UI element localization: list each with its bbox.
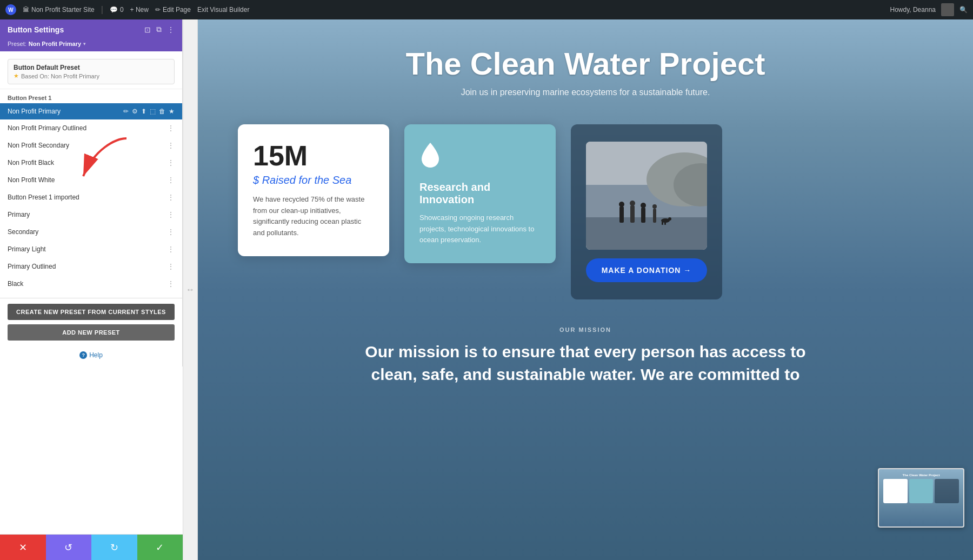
- more-icon[interactable]: ⋮: [167, 279, 175, 288]
- comment-icon: 💬: [110, 6, 118, 14]
- card-teal-text: Showcasing ongoing research projects, te…: [419, 212, 541, 246]
- nav-edit-page[interactable]: ✏ Edit Page: [155, 6, 191, 14]
- redo-button[interactable]: ↻: [91, 535, 137, 560]
- thumb-card-dark: [935, 479, 959, 503]
- preset-item-non-profit-primary-outlined[interactable]: Non Profit Primary Outlined ⋮: [0, 119, 182, 137]
- svg-rect-10: [641, 208, 645, 223]
- hero-subtitle: Join us in preserving marine ecosystems …: [219, 88, 951, 97]
- pencil-icon: ✏: [155, 6, 161, 14]
- default-preset-box: Button Default Preset ★ Based On: Non Pr…: [8, 59, 175, 84]
- card-white: 15M $ Raised for the Sea We have recycle…: [238, 124, 389, 256]
- more-options-icon[interactable]: ⋮: [167, 25, 175, 34]
- create-new-preset-button[interactable]: CREATE NEW PRESET FROM CURRENT STYLES: [8, 304, 175, 320]
- svg-point-13: [652, 204, 657, 209]
- preset-item-non-profit-secondary[interactable]: Non Profit Secondary ⋮: [0, 137, 182, 154]
- add-new-preset-button[interactable]: ADD NEW PRESET: [8, 324, 175, 341]
- edit-icon[interactable]: ✏: [123, 108, 129, 115]
- preset-item-name: Non Profit Primary Outlined: [8, 124, 167, 132]
- panel-header: Button Settings ⊡ ⧉ ⋮: [0, 19, 182, 39]
- more-icon[interactable]: ⋮: [167, 245, 175, 254]
- duplicate-icon[interactable]: ⬚: [150, 108, 156, 115]
- thumb-card-teal: [909, 479, 934, 503]
- preset-item-button-preset-imported[interactable]: Button Preset 1 imported ⋮: [0, 189, 182, 206]
- svg-point-7: [619, 202, 624, 207]
- minimize-icon[interactable]: ⊡: [144, 25, 151, 34]
- panel-help[interactable]: ? Help: [0, 346, 182, 366]
- thumbnail-inner: The Clean Water Project: [879, 469, 963, 526]
- svg-rect-17: [664, 221, 666, 225]
- more-icon[interactable]: ⋮: [167, 262, 175, 271]
- preset-item-name: Non Profit Black: [8, 159, 167, 166]
- panel-resizer[interactable]: ↔: [183, 19, 198, 560]
- panel-header-icons: ⊡ ⧉ ⋮: [144, 25, 175, 34]
- search-icon[interactable]: 🔍: [959, 6, 968, 14]
- settings-icon[interactable]: ⚙: [132, 108, 138, 115]
- delete-icon[interactable]: 🗑: [159, 108, 165, 115]
- preset-item-name: Primary: [8, 211, 167, 218]
- undo-button[interactable]: ↺: [46, 535, 92, 560]
- water-drop-icon: [419, 142, 541, 174]
- mission-section: OUR MISSION Our mission is to ensure tha…: [198, 310, 973, 397]
- preset-item-non-profit-black[interactable]: Non Profit Black ⋮: [0, 154, 182, 171]
- thumb-cards: [883, 479, 959, 503]
- preset-item-black[interactable]: Black ⋮: [0, 275, 182, 292]
- cards-row: 15M $ Raised for the Sea We have recycle…: [198, 114, 973, 310]
- upload-icon[interactable]: ⬆: [141, 108, 146, 115]
- preset-item-secondary[interactable]: Secondary ⋮: [0, 223, 182, 241]
- main-layout: Button Settings ⊡ ⧉ ⋮ Preset: Non Profit…: [0, 19, 973, 560]
- nav-new[interactable]: + New: [130, 6, 149, 14]
- panel-content: Button Default Preset ★ Based On: Non Pr…: [0, 51, 182, 298]
- cancel-icon: ✕: [19, 542, 27, 554]
- cancel-button[interactable]: ✕: [0, 535, 46, 560]
- donate-button[interactable]: MAKE A DONATION →: [586, 258, 707, 282]
- more-icon[interactable]: ⋮: [167, 228, 175, 236]
- nav-right-area: Howdy, Deanna 🔍: [890, 3, 968, 16]
- star-icon: ★: [14, 72, 19, 79]
- svg-rect-3: [586, 217, 707, 250]
- preset-item-name: Primary Light: [8, 245, 167, 253]
- chevron-down-icon[interactable]: ▾: [83, 41, 86, 46]
- svg-point-11: [641, 203, 646, 208]
- nav-comments[interactable]: 💬 0: [110, 6, 124, 14]
- more-icon[interactable]: ⋮: [167, 210, 175, 219]
- hero-section: The Clean Water Project Join us in prese…: [198, 19, 973, 114]
- preset-item-name: Primary Outlined: [8, 263, 167, 270]
- more-icon[interactable]: ⋮: [167, 124, 175, 132]
- card-teal: Research and Innovation Showcasing ongoi…: [404, 124, 556, 263]
- preset-label-row: Preset: Non Profit Primary ▾: [0, 39, 182, 51]
- preset-item-non-profit-primary[interactable]: Non Profit Primary ✏ ⚙ ⬆ ⬚ 🗑 ★: [0, 103, 182, 119]
- preset-item-name: Non Profit White: [8, 176, 167, 184]
- star-favorite-icon[interactable]: ★: [169, 108, 175, 115]
- wp-logo[interactable]: W: [5, 4, 16, 15]
- svg-rect-6: [619, 206, 624, 223]
- more-icon[interactable]: ⋮: [167, 141, 175, 150]
- card-text: We have recycled 75% of the waste from o…: [253, 194, 374, 239]
- more-icon[interactable]: ⋮: [167, 193, 175, 202]
- expand-icon[interactable]: ⧉: [156, 25, 162, 34]
- more-icon[interactable]: ⋮: [167, 176, 175, 184]
- preset-item-name: Button Preset 1 imported: [8, 194, 167, 201]
- panel-title: Button Settings: [8, 25, 64, 34]
- card-dark: MAKE A DONATION →: [571, 124, 722, 299]
- preset-item-non-profit-white[interactable]: Non Profit White ⋮: [0, 171, 182, 189]
- preset-item-primary[interactable]: Primary ⋮: [0, 206, 182, 223]
- preset-item-primary-light[interactable]: Primary Light ⋮: [0, 241, 182, 258]
- mission-label: OUR MISSION: [230, 326, 941, 333]
- card-number: 15M: [253, 142, 374, 170]
- left-panel-wrapper: Button Settings ⊡ ⧉ ⋮ Preset: Non Profit…: [0, 19, 183, 560]
- presets-list: Non Profit Primary ✏ ⚙ ⬆ ⬚ 🗑 ★ Non Profi…: [0, 103, 182, 292]
- preset-name-link[interactable]: Non Profit Primary: [29, 41, 81, 47]
- user-avatar[interactable]: [941, 3, 954, 16]
- more-icon[interactable]: ⋮: [167, 158, 175, 167]
- nav-site-name[interactable]: 🏛 Non Profit Starter Site: [23, 6, 95, 14]
- preset-item-primary-outlined[interactable]: Primary Outlined ⋮: [0, 258, 182, 275]
- save-button[interactable]: ✓: [137, 535, 183, 560]
- preset-item-name: Secondary: [8, 228, 167, 236]
- bottom-toolbar: ✕ ↺ ↻ ✓: [0, 534, 183, 560]
- nav-exit-builder[interactable]: Exit Visual Builder: [197, 6, 250, 14]
- nav-site-icon: 🏛: [23, 6, 29, 14]
- panel-buttons: CREATE NEW PRESET FROM CURRENT STYLES AD…: [0, 298, 182, 346]
- svg-rect-8: [630, 205, 635, 223]
- page-canvas: The Clean Water Project Join us in prese…: [198, 19, 973, 560]
- default-preset-based: ★ Based On: Non Profit Primary: [14, 72, 169, 79]
